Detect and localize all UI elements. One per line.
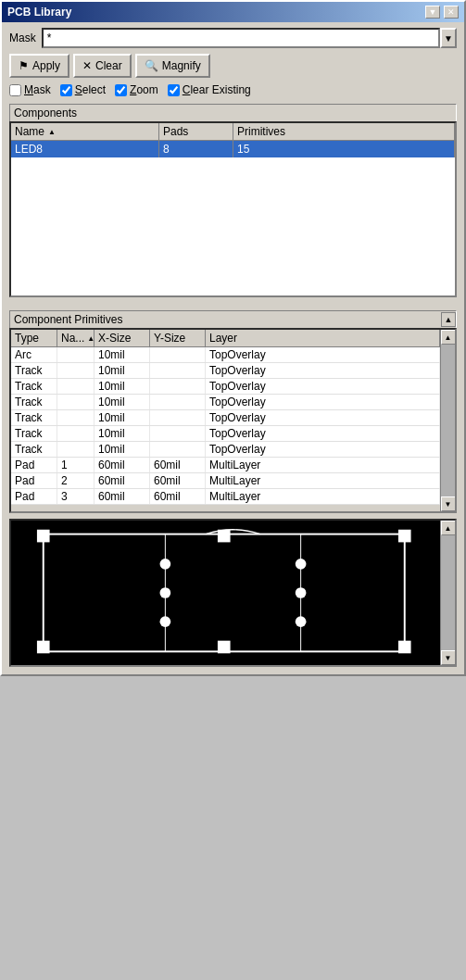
preview-svg (19, 521, 447, 665)
mask-checkbox-item: Mask (9, 83, 51, 96)
prim-type-cell: Track (11, 426, 57, 441)
prim-type-cell: Track (11, 410, 57, 425)
close-button[interactable]: ✕ (444, 6, 459, 19)
mask-checkbox[interactable] (9, 84, 21, 96)
prim-xsize-cell: 10mil (94, 395, 150, 409)
svg-point-14 (296, 616, 307, 627)
prim-col-layer[interactable]: Layer (206, 330, 440, 346)
clear-button[interactable]: ✕ Clear (73, 54, 132, 78)
svg-point-12 (296, 587, 307, 598)
title-bar-buttons: ▼ ✕ (425, 6, 459, 19)
primitives-row[interactable]: Track 10mil TopOverlay (11, 363, 440, 379)
prim-layer-cell: MultiLayer (206, 489, 440, 504)
prim-ysize-cell (150, 426, 206, 441)
prim-layer-cell: TopOverlay (206, 379, 440, 394)
prim-type-cell: Track (11, 395, 57, 409)
prim-scroll-up[interactable]: ▲ (441, 330, 456, 345)
prim-ysize-cell: 60mil (150, 489, 206, 504)
prim-type-cell: Track (11, 363, 57, 378)
primitives-row[interactable]: Track 10mil TopOverlay (11, 442, 440, 458)
prim-name-cell (57, 410, 94, 425)
window-title: PCB Library (7, 6, 71, 19)
name-sort-icon: ▲ (48, 128, 56, 136)
prim-xsize-cell: 10mil (94, 442, 150, 457)
pin-button[interactable]: ▼ (425, 6, 440, 19)
title-bar: PCB Library ▼ ✕ (2, 2, 464, 22)
mask-dropdown[interactable]: ▼ (440, 28, 457, 48)
component-primitives-cell: 15 (233, 141, 455, 157)
components-col-pads[interactable]: Pads (159, 123, 233, 140)
clear-label: Clear (95, 59, 122, 72)
panel-content: Mask ▼ ⚑ Apply ✕ Clear 🔍 Magnify (2, 22, 464, 310)
mask-input[interactable] (42, 28, 440, 48)
prim-scroll-down[interactable]: ▼ (441, 496, 456, 511)
prim-type-cell: Track (11, 442, 57, 457)
svg-rect-4 (218, 530, 231, 543)
prim-type-cell: Arc (11, 347, 57, 362)
primitives-row[interactable]: Track 10mil TopOverlay (11, 426, 440, 442)
primitives-scrollbar: ▲ ▼ (440, 330, 455, 511)
preview-scrollbar: ▲ ▼ (440, 521, 455, 665)
primitives-row[interactable]: Arc 10mil TopOverlay (11, 347, 440, 363)
primitives-row[interactable]: Pad 1 60mil 60mil MultiLayer (11, 458, 440, 473)
checkbox-row: Mask Select Zoom Clear Existing (9, 83, 457, 96)
components-col-name[interactable]: Name ▲ (11, 123, 159, 140)
magnify-button[interactable]: 🔍 Magnify (135, 54, 210, 78)
components-row[interactable]: LED8 8 15 (11, 141, 455, 157)
apply-button[interactable]: ⚑ Apply (9, 54, 69, 78)
clear-existing-checkbox[interactable] (168, 84, 180, 96)
primitives-rows: Arc 10mil TopOverlay Track 10mil TopOver… (11, 347, 440, 505)
prim-xsize-cell: 60mil (94, 458, 150, 472)
prim-layer-cell: MultiLayer (206, 473, 440, 488)
prim-layer-cell: TopOverlay (206, 410, 440, 425)
prim-name-cell (57, 442, 94, 457)
prim-layer-cell: TopOverlay (206, 442, 440, 457)
prim-ysize-cell (150, 410, 206, 425)
primitives-row[interactable]: Track 10mil TopOverlay (11, 395, 440, 410)
prim-name-cell: 2 (57, 473, 94, 488)
prim-layer-cell: TopOverlay (206, 426, 440, 441)
prim-name-cell (57, 379, 94, 394)
prim-type-cell: Pad (11, 458, 57, 472)
primitives-row[interactable]: Pad 2 60mil 60mil MultiLayer (11, 473, 440, 489)
prim-layer-cell: MultiLayer (206, 458, 440, 472)
components-col-primitives[interactable]: Primitives (233, 123, 455, 140)
primitives-scroll-up-btn[interactable]: ▲ (441, 312, 456, 327)
preview-scroll-track[interactable] (441, 535, 455, 650)
select-checkbox[interactable] (60, 84, 72, 96)
primitives-table-header: Type Na... ▲ X-Size Y-Size Layer (11, 330, 440, 347)
clear-existing-checkbox-item: Clear Existing (168, 83, 251, 96)
magnify-icon: 🔍 (145, 59, 158, 72)
prim-col-xsize[interactable]: X-Size (94, 330, 150, 346)
svg-rect-8 (398, 641, 411, 654)
zoom-checkbox-label: Zoom (130, 83, 158, 96)
prim-xsize-cell: 10mil (94, 410, 150, 425)
svg-point-11 (160, 587, 171, 598)
select-checkbox-label: Select (75, 83, 106, 96)
pcb-library-window: PCB Library ▼ ✕ Mask ▼ ⚑ Apply ✕ Clear (0, 0, 466, 676)
primitives-section: Component Primitives ▲ Type Na... ▲ X-Si… (2, 310, 464, 513)
preview-section: ▲ ▼ (9, 519, 457, 667)
prim-xsize-cell: 10mil (94, 426, 150, 441)
svg-rect-7 (218, 641, 231, 654)
primitives-row[interactable]: Track 10mil TopOverlay (11, 379, 440, 395)
components-table: Name ▲ Pads Primitives LED8 8 15 (9, 121, 457, 297)
prim-col-name[interactable]: Na... ▲ (57, 330, 94, 346)
apply-label: Apply (32, 59, 60, 72)
prim-scroll-track[interactable] (441, 345, 455, 496)
prim-col-ysize[interactable]: Y-Size (150, 330, 206, 346)
clear-existing-checkbox-label: Clear Existing (183, 83, 251, 96)
svg-rect-3 (37, 530, 50, 543)
prim-layer-cell: TopOverlay (206, 363, 440, 378)
zoom-checkbox[interactable] (115, 84, 127, 96)
primitives-row[interactable]: Track 10mil TopOverlay (11, 410, 440, 426)
preview-scroll-down[interactable]: ▼ (441, 650, 456, 665)
primitives-row[interactable]: Pad 3 60mil 60mil MultiLayer (11, 489, 440, 505)
prim-col-type[interactable]: Type (11, 330, 57, 346)
preview-scroll-up[interactable]: ▲ (441, 521, 456, 535)
svg-point-13 (160, 616, 171, 627)
prim-type-cell: Pad (11, 473, 57, 488)
svg-rect-0 (44, 534, 405, 652)
prim-ysize-cell (150, 442, 206, 457)
prim-ysize-cell: 60mil (150, 473, 206, 488)
